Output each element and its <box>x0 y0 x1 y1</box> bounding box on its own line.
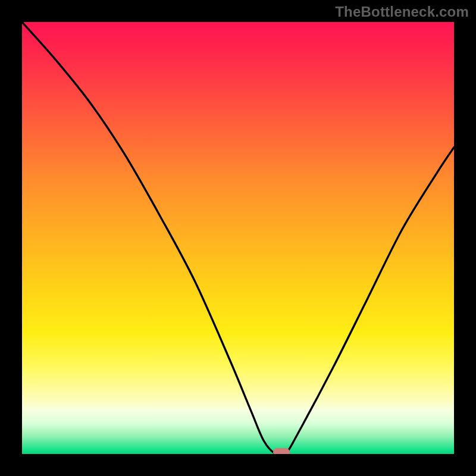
plot-area <box>22 22 454 454</box>
chart-container: TheBottleneck.com <box>0 0 476 476</box>
optimal-point-marker <box>273 448 290 454</box>
watermark-text: TheBottleneck.com <box>335 4 469 20</box>
bottleneck-curve-svg <box>22 22 454 454</box>
bottleneck-curve-path <box>22 22 454 454</box>
